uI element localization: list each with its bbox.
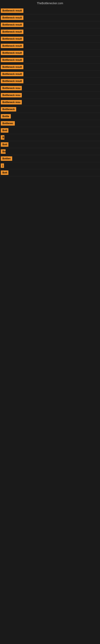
list-item: Bo — [0, 148, 100, 155]
list-item: Bottleneck result — [0, 50, 100, 56]
list-item: Bottleneck resu — [0, 85, 100, 92]
bottleneck-badge[interactable]: Bottleneck result — [1, 22, 23, 27]
bottleneck-badge[interactable]: Bottlenec — [1, 121, 15, 126]
list-item: Bottleneck result — [0, 28, 100, 36]
bottleneck-badge[interactable]: B — [1, 135, 4, 140]
list-item: Bottleneck result — [0, 14, 100, 21]
bottleneck-badge[interactable]: Bottleneck result — [1, 51, 23, 55]
bottleneck-badge[interactable]: Bottleneck result — [1, 79, 23, 83]
list-item: Bottleneck resu — [0, 99, 100, 106]
bottleneck-badge[interactable]: Bott — [1, 142, 8, 147]
bottleneck-badge[interactable]: Bott — [1, 170, 8, 175]
list-item: Bottleneck result — [0, 42, 100, 50]
bottleneck-badge[interactable]: Bottleneck result — [1, 37, 23, 41]
list-item: Bottleneck resu — [0, 92, 100, 99]
bottleneck-badge[interactable]: Bottleneck result — [1, 8, 23, 13]
list-item: | — [0, 162, 100, 169]
bottleneck-badge[interactable]: Bottleneck result — [1, 65, 23, 69]
bottleneck-badge[interactable]: Bottle — [1, 114, 11, 118]
bottleneck-badge[interactable]: Bottleneck resu — [1, 86, 22, 90]
bottleneck-badge[interactable]: Bottleneck result — [1, 30, 23, 34]
bottleneck-badge[interactable]: Bottleneck resu — [1, 93, 22, 98]
list-item: Bott — [0, 169, 100, 176]
list-item: Bottleneck result — [0, 7, 100, 14]
bottleneck-badge[interactable]: Bottleneck result — [1, 72, 23, 76]
list-item: Bottle — [0, 113, 100, 120]
bottleneck-badge[interactable]: Bottlen — [1, 156, 12, 161]
list-item: Bottlenec — [0, 120, 100, 127]
items-container: Bottleneck resultBottleneck resultBottle… — [0, 6, 100, 176]
list-item: Bottleneck result — [0, 21, 100, 28]
bottleneck-badge[interactable]: Bottleneck result — [1, 44, 23, 48]
site-title: TheBottlenecker.com — [0, 0, 100, 6]
list-item: Bott — [0, 141, 100, 148]
list-item: Bottleneck result — [0, 56, 100, 64]
list-item: Bottlen — [0, 155, 100, 162]
list-item: Bottleneck result — [0, 64, 100, 71]
list-item: Bottleneck result — [0, 78, 100, 85]
list-item: Bottleneck result — [0, 71, 100, 78]
list-item: B — [0, 134, 100, 141]
bottleneck-badge[interactable]: Bo — [1, 149, 6, 154]
bottleneck-badge[interactable]: Bottleneck — [1, 107, 16, 112]
bottleneck-badge[interactable]: Bottleneck resu — [1, 100, 22, 104]
bottleneck-badge[interactable]: Bottleneck result — [1, 16, 23, 20]
list-item: Bottleneck — [0, 106, 100, 113]
bottleneck-badge[interactable]: Bottleneck result — [1, 58, 23, 62]
bottleneck-badge[interactable]: | — [1, 164, 4, 168]
bottleneck-badge[interactable]: Bott — [1, 128, 8, 132]
list-item: Bott — [0, 127, 100, 134]
list-item: Bottleneck result — [0, 36, 100, 42]
